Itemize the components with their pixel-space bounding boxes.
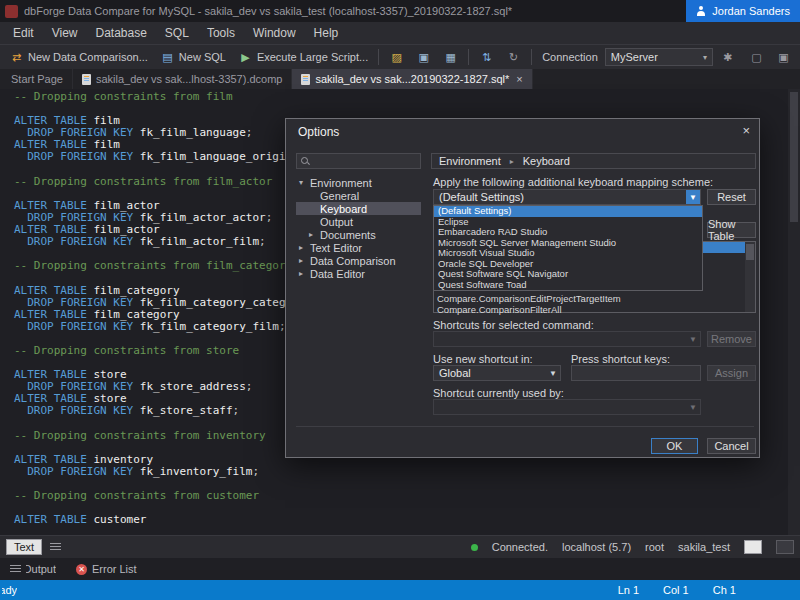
document-tabs: Start Pagesakila_dev vs sak...lhost-3357…: [0, 69, 800, 89]
tree-item-general[interactable]: General: [296, 189, 421, 202]
app-window: dbForge Data Compare for MySQL - sakila_…: [0, 0, 800, 600]
tree-item-label: Environment: [310, 177, 372, 189]
menu-view[interactable]: View: [43, 22, 87, 44]
user-name: Jordan Sanders: [712, 5, 790, 17]
use-in-combo[interactable]: Global ▼: [433, 365, 561, 381]
script-icon: [50, 543, 61, 552]
mapping-scheme-combo[interactable]: (Default Settings) ▼: [433, 189, 701, 205]
scheme-option-microsoft-visual-studio[interactable]: Microsoft Visual Studio: [434, 248, 702, 259]
assign-button[interactable]: Assign: [707, 365, 756, 381]
output-tab-label: Output: [26, 563, 56, 575]
tree-item-label: Text Editor: [310, 242, 362, 254]
chevron-right-icon: ▸: [510, 157, 514, 166]
edit-connection-button[interactable]: ✱: [715, 48, 740, 67]
editor-scrollbar[interactable]: [788, 89, 800, 535]
chevron-down-icon[interactable]: ▼: [546, 366, 560, 380]
shortcut-keys-input[interactable]: [571, 365, 701, 381]
error-list-icon: ✕: [76, 564, 87, 575]
tab-start-page[interactable]: Start Page: [2, 69, 73, 89]
tree-item-data-comparison[interactable]: ▸Data Comparison: [296, 254, 421, 267]
tab-sakila-dev-vs-sak-lhost-3357-dcomp[interactable]: sakila_dev vs sak...lhost-3357).dcomp: [73, 69, 292, 89]
reset-button[interactable]: Reset: [707, 189, 756, 205]
command-item-compare-comparisonfilterall[interactable]: Compare.ComparisonFilterAll: [437, 304, 562, 315]
options-tree: ▾EnvironmentGeneralKeyboardOutput▸Docume…: [296, 176, 421, 280]
document-icon: [301, 74, 310, 85]
cancel-button[interactable]: Cancel: [707, 438, 756, 454]
scheme-option-oracle-sql-developer[interactable]: Oracle SQL Developer: [434, 259, 702, 270]
used-by-label: Shortcut currently used by:: [433, 387, 564, 399]
edit-connection-icon: ✱: [720, 50, 735, 65]
close-icon[interactable]: ×: [742, 123, 750, 138]
ok-button[interactable]: OK: [651, 438, 698, 454]
scheme-option-embarcadero-rad-studio[interactable]: Embarcadero RAD Studio: [434, 227, 702, 238]
database-sync-icon: ⇅: [479, 50, 494, 65]
menu-tools[interactable]: Tools: [198, 22, 244, 44]
scheme-option-default-settings[interactable]: (Default Settings): [434, 206, 702, 217]
close-tab-icon[interactable]: ×: [516, 73, 522, 85]
text-results-icon[interactable]: [776, 540, 794, 554]
chevron-down-icon[interactable]: ▼: [686, 190, 700, 204]
command-item-compare-comparisoneditprojecttargetitem[interactable]: Compare.ComparisonEditProjectTargetItem: [437, 293, 621, 304]
menu-help[interactable]: Help: [305, 22, 348, 44]
caret-position: Ln 1 Col 1 Ch 1: [618, 584, 800, 596]
window-layout-button[interactable]: ▢: [744, 48, 769, 67]
breadcrumb-section: Environment: [439, 155, 501, 167]
tree-item-data-editor[interactable]: ▸Data Editor: [296, 267, 421, 280]
grid-view-icon[interactable]: [744, 540, 762, 554]
tab-sakila-dev-vs-sak-20190322-1827-sql[interactable]: sakila_dev vs sak...20190322-1827.sql*×: [292, 69, 532, 89]
new-data-comparison-button[interactable]: ⇄New Data Comparison...: [4, 48, 153, 67]
tree-item-environment[interactable]: ▾Environment: [296, 176, 421, 189]
new-sql-button[interactable]: ▤New SQL: [155, 48, 231, 67]
database-sync-button[interactable]: ⇅: [474, 48, 499, 67]
window-layout-icon: ▢: [749, 50, 764, 65]
connection-status: Connected.: [492, 541, 548, 553]
options-search-input[interactable]: [296, 153, 421, 169]
tree-item-documents[interactable]: ▸Documents: [296, 228, 421, 241]
menu-edit[interactable]: Edit: [4, 22, 43, 44]
options-dialog: Options × Environment ▸ Keyboard ▾Enviro…: [285, 118, 760, 458]
save-all-button[interactable]: ▦: [438, 48, 463, 67]
user-account-button[interactable]: Jordan Sanders: [686, 0, 800, 22]
refresh-icon: ↻: [506, 50, 521, 65]
error-list-tab-label: Error List: [92, 563, 137, 575]
toolbar-button-label: New Data Comparison...: [28, 51, 148, 63]
character-indicator: Ch 1: [713, 584, 736, 596]
menu-sql[interactable]: SQL: [156, 22, 198, 44]
commands-scrollbar[interactable]: [745, 242, 755, 312]
tree-item-keyboard[interactable]: Keyboard: [296, 202, 421, 215]
combo-value: MyServer: [611, 51, 658, 63]
scheme-option-quest-software-sql-navigator[interactable]: Quest Software SQL Navigator: [434, 269, 702, 280]
scheme-option-quest-software-toad[interactable]: Quest Software Toad: [434, 280, 702, 291]
code-line: -- Dropping constraints from customer: [14, 490, 784, 502]
scheme-option-eclipse[interactable]: Eclipse: [434, 217, 702, 228]
properties-button[interactable]: ▣: [771, 48, 796, 67]
tab-output[interactable]: Output: [0, 558, 66, 580]
shortcuts-combo[interactable]: ▼: [433, 331, 701, 347]
refresh-button[interactable]: ↻: [501, 48, 526, 67]
execute-large-script-button[interactable]: ▶Execute Large Script...: [233, 48, 373, 67]
collapsed-arrow-icon: ▸: [299, 269, 310, 278]
remove-button[interactable]: Remove: [707, 331, 756, 347]
scrollbar-thumb[interactable]: [790, 92, 798, 222]
show-table-button[interactable]: Show Table: [707, 222, 756, 238]
line-indicator: Ln 1: [618, 584, 639, 596]
titlebar: dbForge Data Compare for MySQL - sakila_…: [0, 0, 800, 22]
menu-window[interactable]: Window: [244, 22, 305, 44]
tree-item-text-editor[interactable]: ▸Text Editor: [296, 241, 421, 254]
open-file-icon: ▨: [389, 50, 404, 65]
use-in-value: Global: [439, 367, 471, 379]
scheme-option-microsoft-sql-server-management-studio[interactable]: Microsoft SQL Server Management Studio: [434, 238, 702, 249]
tree-item-output[interactable]: Output: [296, 215, 421, 228]
text-view-button[interactable]: Text: [6, 539, 42, 555]
tab-error-list[interactable]: ✕ Error List: [66, 558, 147, 580]
used-by-combo[interactable]: ▼: [433, 399, 701, 415]
save-button[interactable]: ▣: [411, 48, 436, 67]
scrollbar-thumb[interactable]: [746, 244, 754, 260]
breadcrumb-page: Keyboard: [523, 155, 570, 167]
connection-combo[interactable]: MyServer▾: [605, 48, 713, 66]
press-keys-label: Press shortcut keys:: [571, 353, 670, 365]
save-all-icon: ▦: [443, 50, 458, 65]
open-file-button[interactable]: ▨: [384, 48, 409, 67]
collapsed-arrow-icon: ▸: [309, 230, 320, 239]
menu-database[interactable]: Database: [86, 22, 155, 44]
